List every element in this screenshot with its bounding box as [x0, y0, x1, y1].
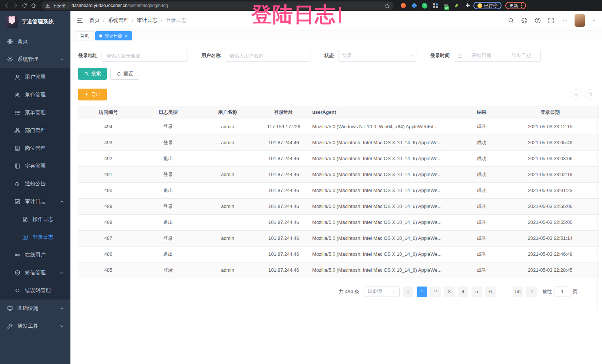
reset-button[interactable]: 重置 [110, 68, 139, 80]
chevron-left-icon [406, 289, 410, 294]
column-header: 登录地址 [257, 106, 310, 119]
extension-green-icon[interactable]: ✓ [422, 3, 427, 9]
tab-home[interactable]: 首页 [76, 31, 93, 40]
page-size-select[interactable]: 10条/页 [364, 287, 400, 297]
sidebar-item-notice[interactable]: 通知公告 [0, 175, 70, 193]
login-time-range-picker[interactable]: 开始日期 - 结束日期 [454, 50, 541, 62]
total-count: 共 494 条 [339, 288, 359, 295]
sidebar-item-login-log[interactable]: 登录日志 [0, 228, 70, 246]
refresh-table-button[interactable] [585, 89, 595, 100]
sidebar-item-home[interactable]: 首页 [0, 33, 70, 50]
sidebar-item-infra[interactable]: 基础设施 [0, 300, 70, 317]
table-cell: 101.87.244.46 [257, 135, 310, 150]
chevron-up-icon [60, 199, 64, 204]
sidebar-item-dev-tools[interactable]: 研发工具 [0, 317, 70, 335]
page-button-1[interactable]: 1 [417, 287, 427, 297]
breadcrumb-audit-log[interactable]: 审计日志 [137, 17, 158, 24]
avatar-caret-down-icon[interactable] [592, 19, 596, 23]
page-button-2[interactable]: 2 [430, 287, 441, 297]
browser-menu-icon[interactable] [521, 3, 522, 8]
table-cell: 登录 [138, 230, 198, 246]
toggle-search-button[interactable] [571, 89, 581, 100]
sidebar-item-online-user[interactable]: 在线用户 [0, 246, 70, 264]
table-cell: admin [198, 262, 257, 278]
table-cell: 101.87.244.46 [257, 166, 310, 182]
sidebar-item-system[interactable]: 系统管理 [0, 50, 70, 68]
sidebar-menu: 首页系统管理用户管理角色管理菜单管理部门管理岗位管理字典管理通知公告审计日志操作… [0, 33, 70, 335]
page-button-4[interactable]: 4 [458, 287, 468, 297]
table-header-row: 访问编号日志类型用户名称登录地址userAgent结果登录日期 [78, 106, 599, 119]
table-cell: 487 [78, 230, 138, 246]
extension-grid-icon[interactable] [432, 3, 438, 9]
sidebar-item-label: 部门管理 [25, 127, 46, 134]
table-cell: 登录 [138, 119, 198, 135]
browser-forward-icon[interactable] [13, 3, 19, 9]
tab-login-log[interactable]: 登录日志 [95, 31, 132, 40]
help-icon[interactable] [535, 17, 541, 24]
table-cell: Mozilla/5.0 (Macintosh; Intel Mac OS X 1… [310, 182, 462, 198]
bookmark-star-icon[interactable] [384, 3, 390, 9]
browser-home-icon[interactable] [30, 3, 36, 9]
search-button[interactable]: 搜索 [78, 68, 107, 80]
login-address-input[interactable] [102, 50, 188, 62]
username-input[interactable] [225, 50, 311, 62]
start-date-placeholder[interactable]: 开始日期 [466, 52, 497, 59]
export-button[interactable]: 导出 [78, 89, 107, 100]
collapse-sidebar-icon[interactable] [76, 17, 83, 24]
page-button-5[interactable]: 5 [472, 287, 482, 297]
sidebar-item-error-code[interactable]: 错误码管理 [0, 282, 70, 300]
profile-avatar-icon [477, 3, 482, 8]
table-cell: admin [198, 166, 257, 182]
page-button-50[interactable]: 50 [513, 287, 523, 297]
breadcrumb-system[interactable]: 系统管理 [108, 17, 129, 24]
extension-leaf-icon[interactable] [454, 3, 460, 9]
font-size-icon[interactable]: TT [561, 17, 568, 24]
end-date-placeholder[interactable]: 结束日期 [505, 52, 537, 59]
page-button-6[interactable]: 6 [485, 287, 496, 297]
sidebar-item-role[interactable]: 角色管理 [0, 86, 70, 104]
sidebar-item-operate-log[interactable]: 操作日志 [0, 211, 70, 228]
sidebar-item-dict[interactable]: 字典管理 [0, 157, 70, 175]
user-avatar[interactable] [575, 14, 585, 27]
page-button-3[interactable]: 3 [444, 287, 454, 297]
prev-page-button[interactable] [403, 287, 413, 297]
username-label: 用户名称 [201, 52, 221, 59]
profile-paused-pill[interactable]: 已暂停 [473, 2, 502, 9]
sidebar: 芋道管理系统 首页系统管理用户管理角色管理菜单管理部门管理岗位管理字典管理通知公… [0, 11, 70, 364]
browser-reload-icon[interactable] [22, 3, 27, 9]
sidebar-item-user[interactable]: 用户管理 [0, 68, 70, 86]
next-page-button[interactable] [526, 287, 537, 297]
extension-puzzle-icon[interactable] [464, 3, 470, 9]
table-cell: 101.87.244.46 [257, 198, 310, 214]
table-row: 487登录admin101.87.244.46Mozilla/5.0 (Maci… [78, 230, 599, 246]
sidebar-item-audit-log[interactable]: 审计日志 [0, 193, 70, 211]
extension-gem-icon[interactable] [411, 3, 417, 9]
sidebar-item-post[interactable]: 岗位管理 [0, 139, 70, 157]
status-select[interactable]: 结果 [338, 50, 417, 62]
table-row: 485登录admin101.87.244.46Mozilla/5.0 (Maci… [78, 262, 599, 278]
login-time-label: 登录时间 [430, 52, 450, 59]
extension-orange-icon[interactable] [400, 3, 406, 9]
sidebar-item-menu[interactable]: 菜单管理 [0, 104, 70, 122]
table-cell: Mozilla/5.0 (Macintosh; Intel Mac OS X 1… [310, 166, 462, 182]
github-icon[interactable] [521, 17, 527, 24]
search-icon [84, 72, 89, 76]
page-url[interactable]: dashboard.yudao.iocoder.cn/system/log/lo… [72, 3, 168, 8]
not-secure-icon[interactable] [45, 3, 50, 8]
browser-update-button[interactable]: 更新 [505, 2, 526, 9]
breadcrumb-home[interactable]: 首页 [89, 17, 100, 24]
browser-back-icon[interactable] [4, 3, 10, 9]
header-search-icon[interactable] [508, 17, 514, 24]
sidebar-item-sms[interactable]: 短信管理 [0, 264, 70, 282]
chevron-up-icon [60, 57, 64, 62]
tab-close-icon[interactable] [125, 34, 128, 37]
sidebar-item-dept[interactable]: 部门管理 [0, 122, 70, 139]
goto-page-input[interactable] [555, 287, 570, 297]
address-bar[interactable]: 不安全 dashboard.yudao.iocoder.cn/system/lo… [42, 1, 394, 10]
table-cell: 2021-05-03 23:01:23 [501, 182, 599, 198]
fullscreen-icon[interactable] [548, 17, 554, 24]
app-logo[interactable]: 芋道管理系统 [0, 11, 70, 33]
extension-list-icon[interactable]: on [443, 3, 449, 9]
breadcrumb-login-log: 登录日志 [166, 17, 186, 24]
sidebar-item-label: 在线用户 [25, 252, 46, 258]
